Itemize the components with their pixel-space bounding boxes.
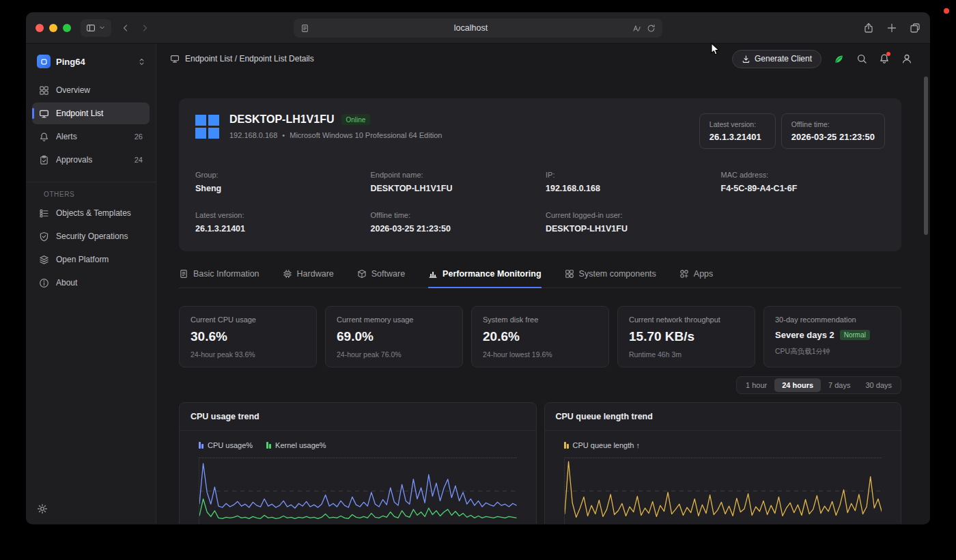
legend-item-kernel-usage[interactable]: Kernel usage% [266, 441, 326, 449]
windows-logo-icon [195, 115, 220, 139]
notifications-bell-button[interactable] [879, 53, 890, 64]
device-details-grid: Group:ShengEndpoint name:DESKTOP-LH1V1FU… [195, 171, 885, 234]
page-icon[interactable] [300, 24, 309, 33]
browser-toolbar: localhost [26, 12, 930, 44]
sidebar-item-label: Open Platform [56, 255, 143, 264]
components-icon [565, 269, 574, 279]
tab-software[interactable]: Software [357, 269, 405, 288]
detail-value: 192.168.0.168 [546, 184, 710, 193]
chart-card-cpu-usage-trend: CPU usage trendCPU usage%Kernel usage%10… [179, 402, 537, 524]
zoom-window-button[interactable] [63, 24, 71, 32]
charts-row: CPU usage trendCPU usage%Kernel usage%10… [179, 402, 901, 524]
clipboard-icon [39, 155, 49, 165]
toolbar-right-actions [863, 23, 920, 33]
stat-title: Current network throughput [629, 316, 744, 324]
stat-footnote: 24-hour peak 76.0% [337, 350, 451, 359]
settings-gear-button[interactable] [37, 503, 48, 514]
detail-value: 26.1.3.21401 [195, 224, 360, 234]
detail-label: Group: [195, 171, 360, 179]
user-avatar-button[interactable] [901, 53, 912, 64]
severe-days-label: Severe days 2 [775, 330, 834, 340]
detail-label: Endpoint name: [371, 171, 535, 179]
sidebar-item-approvals[interactable]: Approvals24 [32, 149, 150, 171]
device-ip: 192.168.0.168 [229, 131, 277, 139]
legend-marker-icon [564, 442, 569, 449]
back-button[interactable] [121, 23, 130, 33]
sidebar-item-about[interactable]: About [32, 272, 150, 294]
tab-overview-button[interactable] [910, 23, 920, 33]
chart-card-cpu-queue-length-trend: CPU queue length trendCPU queue length ↑… [544, 402, 902, 524]
latest-version-box: Latest version: 26.1.3.21401 [699, 113, 776, 149]
new-tab-button[interactable] [886, 23, 897, 33]
record-indicator-dot [944, 8, 949, 14]
detail-label: IP: [546, 171, 710, 179]
stat-cards-row: Current CPU usage30.6%24-hour peak 93.6%… [179, 306, 901, 367]
time-range-7-days[interactable]: 7 days [821, 378, 858, 392]
tab-hardware[interactable]: Hardware [283, 269, 334, 288]
bell-icon [39, 132, 49, 142]
sidebar-item-label: Overview [56, 85, 143, 95]
chart-plot-area [564, 458, 882, 524]
stat-card-30-day-recommendation: 30-day recommendationSevere days 2Normal… [763, 306, 901, 367]
shield-icon [39, 232, 49, 242]
tab-basic-information[interactable]: Basic Information [179, 269, 259, 288]
chart-plot-area [199, 458, 517, 524]
breadcrumb-text: Endpoint List / Endpoint List Details [185, 54, 314, 64]
stat-title: 30-day recommendation [775, 316, 890, 324]
brand-leaf-icon[interactable] [833, 53, 845, 65]
sidebar-item-alerts[interactable]: Alerts26 [32, 126, 150, 148]
address-bar[interactable]: localhost [294, 18, 662, 38]
device-detail-group: Group:Sheng [195, 171, 360, 193]
detail-label: Current logged-in user: [546, 211, 710, 219]
detail-value: F4-5C-89-A4-C1-6F [721, 184, 886, 193]
sidebar-item-label: Security Operations [56, 232, 143, 241]
detail-value: DESKTOP-LH1V1FU [371, 184, 535, 193]
sidebar-toggle-button[interactable] [81, 19, 111, 37]
tab-apps[interactable]: Apps [679, 269, 714, 288]
time-range-24-hours[interactable]: 24 hours [774, 378, 821, 392]
sidebar-item-objects-templates[interactable]: Objects & Templates [32, 202, 150, 224]
tab-system-components[interactable]: System components [565, 269, 656, 288]
scrollbar-thumb[interactable] [924, 76, 928, 235]
forward-button[interactable] [140, 23, 150, 33]
tab-label: Software [371, 269, 405, 279]
stat-title: Current memory usage [337, 316, 451, 324]
time-range-1-hour[interactable]: 1 hour [738, 378, 774, 392]
stat-card-current-cpu-usage: Current CPU usage30.6%24-hour peak 93.6% [179, 306, 317, 367]
stat-card-system-disk-free: System disk free20.6%24-hour lowest 19.6… [471, 306, 609, 367]
offline-time-value: 2026-03-25 21:23:50 [791, 132, 875, 142]
header-actions: Generate Client [732, 50, 912, 68]
stat-footnote: 24-hour peak 93.6% [191, 350, 305, 359]
time-range-selector: 1 hour24 hours7 days30 days [736, 376, 901, 394]
search-icon[interactable] [856, 53, 867, 64]
sidebar-item-endpoint-list[interactable]: Endpoint List [32, 102, 150, 124]
chevron-down-icon [98, 24, 106, 31]
sidebar-item-open-platform[interactable]: Open Platform [32, 249, 150, 270]
reload-button[interactable] [647, 24, 656, 33]
sidebar-others-nav: Objects & TemplatesSecurity OperationsOp… [26, 202, 156, 294]
device-detail-mac-address: MAC address:F4-5C-89-A4-C1-6F [721, 171, 886, 193]
sidebar-item-overview[interactable]: Overview [32, 79, 150, 101]
legend-item-cpu-queue-length[interactable]: CPU queue length ↑ [564, 441, 640, 449]
legend-item-cpu-usage[interactable]: CPU usage% [199, 441, 253, 449]
layers-icon [39, 255, 49, 265]
tab-label: System components [579, 269, 656, 279]
doc-icon [179, 269, 188, 279]
generate-client-button[interactable]: Generate Client [732, 50, 821, 68]
tab-label: Hardware [297, 269, 334, 279]
sidebar-item-security-operations[interactable]: Security Operations [32, 225, 150, 247]
share-button[interactable] [863, 23, 874, 33]
tab-performance-monitoring[interactable]: Performance Monitoring [428, 269, 541, 288]
grid-icon [39, 85, 49, 96]
close-window-button[interactable] [36, 24, 44, 32]
app-switcher[interactable]: Ping64 [26, 44, 156, 78]
templates-icon [39, 208, 49, 219]
legend-label: CPU usage% [208, 441, 253, 449]
device-detail-current-logged-in-user: Current logged-in user:DESKTOP-LH1V1FU [546, 211, 710, 234]
sidebar-others-section: OTHERS Objects & TemplatesSecurity Opera… [26, 182, 156, 294]
reader-icon[interactable] [632, 24, 641, 33]
minimize-window-button[interactable] [49, 24, 57, 32]
time-range-30-days[interactable]: 30 days [858, 378, 899, 392]
stat-footnote: 24-hour lowest 19.6% [483, 350, 598, 359]
chart-title: CPU usage trend [180, 403, 536, 431]
